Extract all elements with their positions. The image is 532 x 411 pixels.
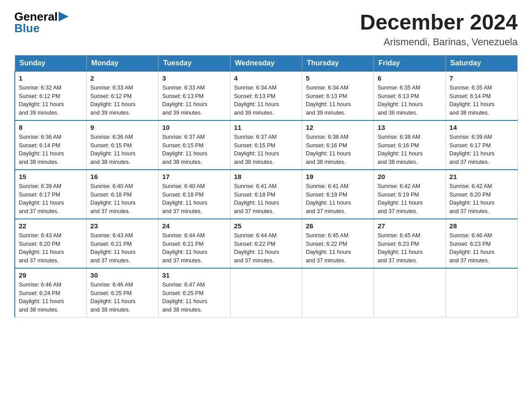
day-info: Sunrise: 6:46 AMSunset: 6:23 PMDaylight:…	[450, 232, 495, 264]
day-number: 24	[162, 222, 226, 230]
calendar-cell: 19 Sunrise: 6:41 AMSunset: 6:19 PMDaylig…	[302, 170, 373, 219]
calendar-header-saturday: Saturday	[446, 55, 517, 71]
calendar-cell: 29 Sunrise: 6:46 AMSunset: 6:24 PMDaylig…	[15, 268, 86, 317]
day-number: 4	[234, 74, 298, 82]
day-info: Sunrise: 6:34 AMSunset: 6:13 PMDaylight:…	[234, 85, 279, 116]
day-info: Sunrise: 6:38 AMSunset: 6:16 PMDaylight:…	[306, 134, 351, 165]
calendar-header-row: SundayMondayTuesdayWednesdayThursdayFrid…	[15, 55, 518, 71]
calendar-header-wednesday: Wednesday	[230, 55, 302, 71]
page-header: General Blue December 2024 Arismendi, Ba…	[14, 11, 518, 48]
day-number: 8	[19, 124, 83, 131]
day-number: 25	[234, 222, 298, 230]
calendar-cell: 4 Sunrise: 6:34 AMSunset: 6:13 PMDayligh…	[230, 71, 302, 120]
calendar-cell: 20 Sunrise: 6:42 AMSunset: 6:19 PMDaylig…	[374, 170, 446, 219]
calendar-cell: 25 Sunrise: 6:44 AMSunset: 6:22 PMDaylig…	[230, 219, 302, 268]
day-number: 6	[378, 74, 442, 82]
day-number: 1	[19, 74, 83, 82]
day-number: 5	[306, 74, 370, 82]
day-info: Sunrise: 6:33 AMSunset: 6:13 PMDaylight:…	[162, 85, 207, 116]
day-info: Sunrise: 6:42 AMSunset: 6:19 PMDaylight:…	[378, 183, 423, 214]
day-info: Sunrise: 6:45 AMSunset: 6:22 PMDaylight:…	[306, 232, 351, 264]
calendar-week-row: 29 Sunrise: 6:46 AMSunset: 6:24 PMDaylig…	[15, 268, 518, 317]
day-number: 10	[162, 124, 226, 131]
day-number: 29	[19, 271, 83, 279]
calendar-cell: 5 Sunrise: 6:34 AMSunset: 6:13 PMDayligh…	[302, 71, 373, 120]
title-block: December 2024 Arismendi, Barinas, Venezu…	[360, 11, 518, 48]
calendar-cell: 9 Sunrise: 6:36 AMSunset: 6:15 PMDayligh…	[86, 120, 158, 170]
day-number: 16	[90, 173, 154, 180]
day-info: Sunrise: 6:39 AMSunset: 6:17 PMDaylight:…	[450, 134, 495, 165]
calendar-cell	[446, 268, 517, 317]
day-number: 30	[90, 271, 154, 279]
day-number: 28	[450, 222, 514, 230]
day-info: Sunrise: 6:46 AMSunset: 6:25 PMDaylight:…	[90, 282, 136, 313]
calendar-cell: 11 Sunrise: 6:37 AMSunset: 6:15 PMDaylig…	[230, 120, 302, 170]
calendar-cell	[230, 268, 302, 317]
calendar-cell: 13 Sunrise: 6:38 AMSunset: 6:16 PMDaylig…	[374, 120, 446, 170]
calendar-cell: 8 Sunrise: 6:36 AMSunset: 6:14 PMDayligh…	[15, 120, 86, 170]
day-info: Sunrise: 6:40 AMSunset: 6:18 PMDaylight:…	[90, 183, 136, 214]
calendar-header-tuesday: Tuesday	[159, 55, 230, 71]
calendar-table: SundayMondayTuesdayWednesdayThursdayFrid…	[14, 55, 518, 317]
logo-blue-text: Blue	[14, 22, 39, 34]
day-info: Sunrise: 6:44 AMSunset: 6:22 PMDaylight:…	[234, 232, 279, 264]
calendar-week-row: 1 Sunrise: 6:32 AMSunset: 6:12 PMDayligh…	[15, 71, 518, 120]
day-info: Sunrise: 6:43 AMSunset: 6:21 PMDaylight:…	[90, 232, 136, 264]
svg-marker-0	[59, 12, 69, 21]
calendar-cell	[374, 268, 446, 317]
day-info: Sunrise: 6:32 AMSunset: 6:12 PMDaylight:…	[19, 85, 64, 116]
day-number: 13	[378, 124, 442, 131]
day-info: Sunrise: 6:40 AMSunset: 6:18 PMDaylight:…	[162, 183, 207, 214]
calendar-cell: 1 Sunrise: 6:32 AMSunset: 6:12 PMDayligh…	[15, 71, 86, 120]
logo-triangle-icon	[59, 12, 69, 21]
calendar-cell: 16 Sunrise: 6:40 AMSunset: 6:18 PMDaylig…	[86, 170, 158, 219]
day-info: Sunrise: 6:33 AMSunset: 6:12 PMDaylight:…	[90, 85, 136, 116]
day-number: 7	[450, 74, 514, 82]
day-info: Sunrise: 6:41 AMSunset: 6:19 PMDaylight:…	[306, 183, 351, 214]
day-number: 21	[450, 173, 514, 180]
day-number: 15	[19, 173, 83, 180]
day-number: 18	[234, 173, 298, 180]
calendar-cell: 15 Sunrise: 6:39 AMSunset: 6:17 PMDaylig…	[15, 170, 86, 219]
calendar-cell: 6 Sunrise: 6:35 AMSunset: 6:13 PMDayligh…	[374, 71, 446, 120]
day-info: Sunrise: 6:45 AMSunset: 6:23 PMDaylight:…	[378, 232, 423, 264]
calendar-cell: 28 Sunrise: 6:46 AMSunset: 6:23 PMDaylig…	[446, 219, 517, 268]
day-info: Sunrise: 6:42 AMSunset: 6:20 PMDaylight:…	[450, 183, 495, 214]
day-info: Sunrise: 6:38 AMSunset: 6:16 PMDaylight:…	[378, 134, 423, 165]
day-number: 3	[162, 74, 226, 82]
calendar-cell: 12 Sunrise: 6:38 AMSunset: 6:16 PMDaylig…	[302, 120, 373, 170]
calendar-cell: 3 Sunrise: 6:33 AMSunset: 6:13 PMDayligh…	[159, 71, 230, 120]
day-info: Sunrise: 6:46 AMSunset: 6:24 PMDaylight:…	[19, 282, 64, 313]
calendar-cell: 31 Sunrise: 6:47 AMSunset: 6:25 PMDaylig…	[159, 268, 230, 317]
day-info: Sunrise: 6:43 AMSunset: 6:20 PMDaylight:…	[19, 232, 64, 264]
day-info: Sunrise: 6:35 AMSunset: 6:13 PMDaylight:…	[378, 85, 423, 116]
day-info: Sunrise: 6:35 AMSunset: 6:14 PMDaylight:…	[450, 85, 495, 116]
calendar-week-row: 8 Sunrise: 6:36 AMSunset: 6:14 PMDayligh…	[15, 120, 518, 170]
calendar-week-row: 22 Sunrise: 6:43 AMSunset: 6:20 PMDaylig…	[15, 219, 518, 268]
day-info: Sunrise: 6:44 AMSunset: 6:21 PMDaylight:…	[162, 232, 207, 264]
day-number: 2	[90, 74, 154, 82]
day-number: 27	[378, 222, 442, 230]
calendar-cell: 21 Sunrise: 6:42 AMSunset: 6:20 PMDaylig…	[446, 170, 517, 219]
calendar-cell: 14 Sunrise: 6:39 AMSunset: 6:17 PMDaylig…	[446, 120, 517, 170]
calendar-header-friday: Friday	[374, 55, 446, 71]
day-number: 19	[306, 173, 370, 180]
calendar-header-monday: Monday	[86, 55, 158, 71]
calendar-week-row: 15 Sunrise: 6:39 AMSunset: 6:17 PMDaylig…	[15, 170, 518, 219]
day-info: Sunrise: 6:47 AMSunset: 6:25 PMDaylight:…	[162, 282, 207, 313]
day-number: 14	[450, 124, 514, 131]
calendar-cell: 26 Sunrise: 6:45 AMSunset: 6:22 PMDaylig…	[302, 219, 373, 268]
day-info: Sunrise: 6:39 AMSunset: 6:17 PMDaylight:…	[19, 183, 64, 214]
day-number: 31	[162, 271, 226, 279]
calendar-cell: 27 Sunrise: 6:45 AMSunset: 6:23 PMDaylig…	[374, 219, 446, 268]
calendar-header-sunday: Sunday	[15, 55, 86, 71]
calendar-cell: 23 Sunrise: 6:43 AMSunset: 6:21 PMDaylig…	[86, 219, 158, 268]
day-number: 17	[162, 173, 226, 180]
calendar-cell: 17 Sunrise: 6:40 AMSunset: 6:18 PMDaylig…	[159, 170, 230, 219]
day-info: Sunrise: 6:37 AMSunset: 6:15 PMDaylight:…	[234, 134, 279, 165]
calendar-cell: 24 Sunrise: 6:44 AMSunset: 6:21 PMDaylig…	[159, 219, 230, 268]
day-number: 26	[306, 222, 370, 230]
calendar-header-thursday: Thursday	[302, 55, 373, 71]
logo: General Blue	[14, 11, 69, 34]
day-info: Sunrise: 6:41 AMSunset: 6:18 PMDaylight:…	[234, 183, 279, 214]
